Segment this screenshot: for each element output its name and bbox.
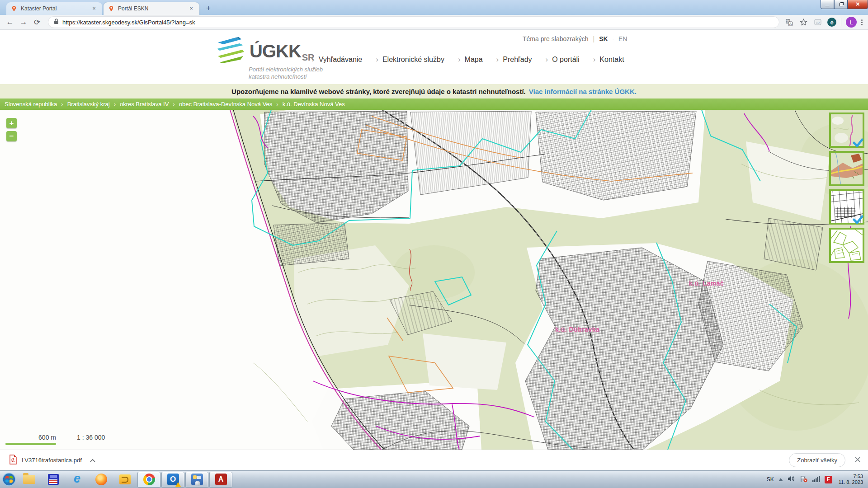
map-label-dubravka: k.ú. Dúbravka [555, 326, 599, 333]
logo-tagline: Portál elektronických služieb katastra n… [249, 66, 323, 80]
browser-menu-icon[interactable] [861, 19, 863, 25]
download-bar: LV3716trafostanica.pdf Zobraziť všetky [0, 450, 868, 470]
map-pin-favicon [108, 5, 114, 12]
nav-elektronicke-sluzby[interactable]: Elektronické služby [376, 55, 444, 64]
layer-thumb-parcel-map[interactable] [829, 228, 864, 263]
download-caret-icon[interactable] [90, 457, 95, 464]
zoom-in-button[interactable]: + [6, 118, 17, 128]
translate-icon[interactable]: 文A [784, 17, 794, 27]
chevron-right-icon [458, 55, 461, 64]
pdf-file-icon [9, 455, 17, 466]
extension-mago-icon[interactable]: GO [813, 17, 823, 27]
layer-checkmark-icon [853, 215, 863, 224]
tab-title: Portál ESKN [118, 5, 184, 12]
profile-avatar[interactable]: L [846, 17, 857, 28]
accessibility-theme-link[interactable]: Téma pre slabozrakých [523, 35, 589, 42]
chevron-right-icon [376, 55, 378, 64]
breadcrumb-obec-devinska-nova-ves[interactable]: obec Bratislava-Devínska Nová Ves [173, 101, 272, 108]
taskbar-clock[interactable]: 7:53 11. 8. 2023 [839, 474, 863, 486]
layer-thumb-overview-map[interactable] [829, 113, 864, 148]
browser-toolbar: ← → ⟳ https://kataster.skgeodesy.sk/GisP… [0, 15, 868, 30]
site-header: ÚGKKSR Portál elektronických služieb kat… [0, 30, 868, 84]
warning-more-info-link[interactable]: Viac informácií na stránke ÚGKK. [529, 88, 637, 95]
layer-thumbnails [829, 113, 864, 263]
extension-e-icon[interactable]: e [827, 18, 836, 27]
close-button[interactable] [848, 0, 868, 9]
taskbar-firefox-icon[interactable] [90, 472, 113, 488]
zoom-out-button[interactable]: − [6, 131, 17, 141]
tray-network-icon[interactable] [812, 476, 820, 483]
lock-icon [54, 18, 59, 26]
back-icon[interactable]: ← [4, 16, 16, 28]
phishing-warning-banner: Upozorňujeme na klamlivé webové stránky,… [0, 84, 868, 99]
breadcrumb: Slovenská republika Bratislavský kraj ok… [0, 99, 868, 110]
nav-kontakt[interactable]: Kontakt [593, 55, 624, 64]
taskbar-commander-icon[interactable] [113, 472, 137, 488]
chevron-right-icon [546, 55, 548, 64]
url-text: https://kataster.skgeodesy.sk/GisPortal4… [62, 19, 195, 26]
tab-title: Kataster Portal [21, 5, 87, 12]
scale-distance: 600 m [38, 434, 56, 441]
warning-text: Upozorňujeme na klamlivé webové stránky,… [231, 88, 526, 95]
header-top-links: Téma pre slabozrakých | SK · EN [523, 35, 627, 42]
taskbar-acrobat-icon[interactable]: A [209, 472, 232, 488]
taskbar-chrome-icon[interactable] [137, 472, 160, 488]
start-button[interactable] [1, 472, 17, 487]
breadcrumb-slovenska-republika[interactable]: Slovenská republika [5, 101, 57, 108]
language-en[interactable]: EN [618, 35, 627, 42]
map-label-lamac: k.ú. Lamáč [689, 280, 724, 287]
clock-date: 11. 8. 2023 [839, 479, 863, 486]
map-pin-favicon [11, 5, 17, 12]
ugkk-logo[interactable]: ÚGKKSR Portál elektronických služieb kat… [216, 37, 323, 80]
reload-icon[interactable]: ⟳ [31, 16, 43, 28]
cadastral-map-canvas[interactable] [0, 110, 868, 450]
downloaded-file-item[interactable]: LV3716trafostanica.pdf [7, 455, 102, 466]
layer-checkmark-icon [853, 138, 863, 147]
breadcrumb-bratislavsky-kraj[interactable]: Bratislavský kraj [61, 101, 109, 108]
language-separator: · [613, 37, 614, 42]
show-all-downloads-button[interactable]: Zobraziť všetky [789, 453, 845, 467]
tray-forticlient-icon[interactable]: F [825, 476, 832, 483]
chevron-right-icon [593, 55, 596, 64]
logo-acronym: ÚGKK [250, 41, 301, 61]
tray-hidden-icons-arrow[interactable] [778, 478, 783, 481]
tab-kataster-portal[interactable]: Kataster Portal [6, 2, 102, 15]
map-scalebar: 600 m 1 : 36 000 [5, 434, 105, 445]
language-sk[interactable]: SK [599, 35, 608, 42]
tray-action-center-flag-icon[interactable] [800, 475, 808, 484]
new-tab-button[interactable] [203, 3, 214, 14]
nav-prehlady[interactable]: Prehľady [496, 55, 532, 64]
address-bar[interactable]: https://kataster.skgeodesy.sk/GisPortal4… [48, 16, 779, 28]
forward-icon[interactable]: → [17, 16, 30, 28]
breadcrumb-ku-devinska-nova-ves[interactable]: k.ú. Devínska Nová Ves [276, 101, 344, 108]
restore-button[interactable] [834, 0, 848, 9]
tab-close-icon[interactable] [90, 5, 98, 12]
scale-ratio: 1 : 36 000 [77, 434, 105, 441]
breadcrumb-okres-bratislava-iv[interactable]: okres Bratislava IV [114, 101, 169, 108]
nav-vyhladavanie[interactable]: Vyhľadávanie [312, 55, 362, 64]
download-bar-close-icon[interactable] [854, 455, 861, 465]
minimize-button[interactable] [821, 0, 834, 9]
taskbar-outlook-icon[interactable]: O [161, 472, 184, 488]
tray-language-indicator[interactable]: SK [767, 476, 774, 483]
chevron-right-icon [496, 55, 499, 64]
toolbar-divider [841, 18, 841, 26]
tray-volume-icon[interactable] [788, 475, 795, 483]
window-controls [821, 0, 868, 9]
system-tray: SK F 7:53 11. 8. 2023 [767, 474, 867, 486]
nav-mapa[interactable]: Mapa [458, 55, 483, 64]
map-area: + − k.ú. Dúbravka k.ú. Lamáč [0, 110, 868, 450]
taskbar-system-panel-icon[interactable] [185, 472, 208, 488]
main-navigation: Vyhľadávanie Elektronické služby Mapa Pr… [312, 55, 624, 64]
tab-portal-eskn[interactable]: Portál ESKN [104, 2, 199, 15]
download-separator [102, 454, 102, 467]
taskbar-floppy-app-icon[interactable] [42, 472, 65, 488]
tab-close-icon[interactable] [188, 5, 195, 12]
nav-o-portali[interactable]: O portáli [546, 55, 580, 64]
layer-thumb-topographic-map[interactable] [829, 151, 864, 186]
layer-thumb-cadastral-map[interactable] [829, 189, 864, 225]
bookmark-star-icon[interactable] [798, 17, 808, 27]
taskbar-internet-explorer-icon[interactable]: e [66, 472, 89, 488]
map-zoom-controls: + − [6, 118, 17, 141]
taskbar-explorer-icon[interactable] [18, 472, 41, 488]
